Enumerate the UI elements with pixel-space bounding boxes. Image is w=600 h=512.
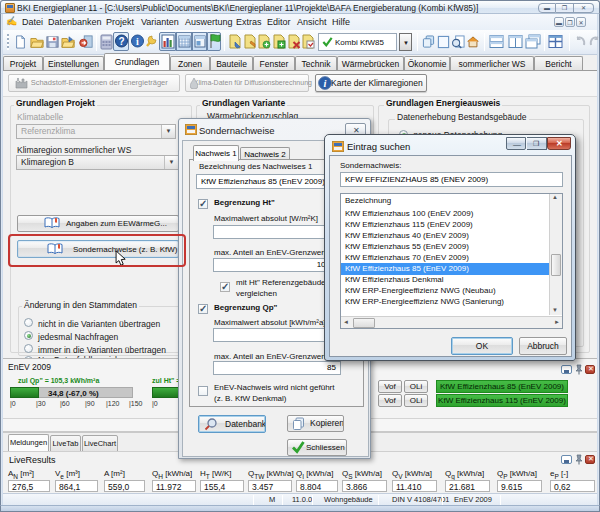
svg-text:i: i [136,36,139,47]
svg-text:?: ? [118,36,124,47]
svg-text:i: i [324,78,327,89]
